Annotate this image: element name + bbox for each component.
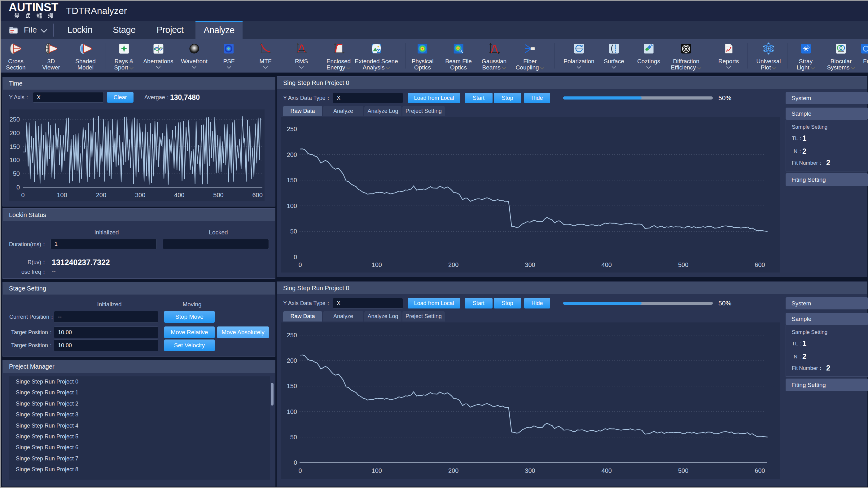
svg-text:100: 100 [287,202,297,209]
svg-text:300: 300 [525,467,535,474]
svg-text:50: 50 [13,170,20,177]
svg-text:0: 0 [17,184,20,191]
svg-text:600: 600 [755,261,765,268]
svg-text:50: 50 [290,434,297,440]
svg-text:200: 200 [448,467,459,474]
svg-text:200: 200 [96,192,106,198]
svg-text:100: 100 [372,261,382,268]
svg-text:0: 0 [294,254,297,260]
svg-text:150: 150 [287,177,297,183]
svg-text:500: 500 [678,467,688,474]
svg-text:400: 400 [601,467,612,474]
svg-text:200: 200 [287,357,297,364]
svg-text:600: 600 [252,192,263,198]
svg-text:0: 0 [21,192,25,198]
svg-text:250: 250 [287,125,297,133]
svg-text:100: 100 [57,192,67,198]
svg-text:0: 0 [298,261,302,268]
svg-text:600: 600 [755,467,765,474]
svg-text:400: 400 [601,261,612,268]
svg-text:250: 250 [9,116,20,123]
svg-text:100: 100 [287,408,297,415]
svg-text:400: 400 [174,192,184,198]
svg-text:100: 100 [9,156,20,163]
svg-text:50: 50 [290,228,297,235]
svg-text:150: 150 [287,382,297,390]
svg-text:250: 250 [287,332,297,339]
svg-text:500: 500 [213,192,223,198]
svg-text:200: 200 [448,261,459,268]
svg-text:200: 200 [9,130,20,136]
svg-text:300: 300 [525,261,535,268]
svg-text:500: 500 [678,261,688,268]
svg-text:0: 0 [294,459,297,466]
svg-text:300: 300 [135,192,145,198]
svg-text:150: 150 [9,143,20,150]
svg-text:200: 200 [287,151,297,158]
svg-text:100: 100 [372,467,382,474]
svg-text:0: 0 [298,467,302,474]
